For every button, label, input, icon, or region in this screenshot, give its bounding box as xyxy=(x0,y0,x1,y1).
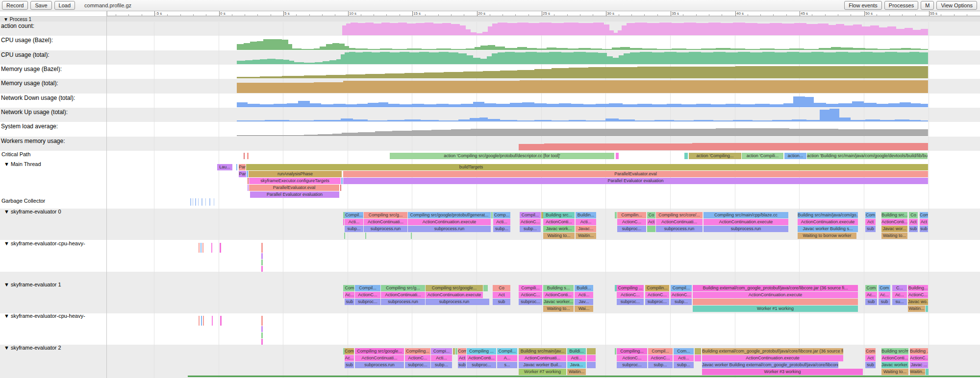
trace-event-bar[interactable]: ActionContinuati... xyxy=(519,355,566,361)
trace-event-bar[interactable]: Parallel Evaluator evaluation xyxy=(250,191,339,198)
trace-event-sliver[interactable] xyxy=(201,198,202,206)
trace-event-bar[interactable]: sub xyxy=(865,226,876,232)
trace-event-bar[interactable]: sub xyxy=(865,299,877,305)
trace-event-bar[interactable]: Javac worker Building external/com_googl… xyxy=(702,362,838,368)
trace-event-bar[interactable]: subp... xyxy=(520,226,541,232)
trace-event-bar[interactable]: Building src... xyxy=(543,212,575,218)
trace-event-sliver[interactable] xyxy=(365,233,366,239)
trace-event-sliver[interactable] xyxy=(615,348,616,354)
trace-event-bar[interactable]: Wai... xyxy=(575,306,593,312)
trace-event-sliver[interactable] xyxy=(261,316,263,326)
trace-event-sliver[interactable] xyxy=(343,219,344,225)
trace-event-bar[interactable]: ActionConti... xyxy=(467,355,496,361)
trace-event-bar[interactable]: Building src/ma... xyxy=(881,348,908,354)
trace-event-sliver[interactable] xyxy=(453,348,455,354)
m-button[interactable]: M xyxy=(921,1,934,10)
flow-events-button[interactable]: Flow events xyxy=(844,1,882,10)
trace-event-bar[interactable]: Compil... xyxy=(648,348,673,354)
trace-event-bar[interactable]: sub xyxy=(879,299,890,305)
timeline-ruler[interactable]: -5 s0 s5 s10 s15 s20 s25 s30 s35 s40 s45… xyxy=(107,11,980,16)
trace-event-bar[interactable]: Act xyxy=(865,219,876,225)
trace-event-bar[interactable]: buildTargets xyxy=(246,164,696,170)
trace-event-bar[interactable]: Compil... xyxy=(497,348,517,354)
trace-event-sliver[interactable] xyxy=(340,185,341,191)
trace-event-bar[interactable]: subprocess.run xyxy=(656,226,703,232)
trace-event-bar[interactable]: ActionContinuati... xyxy=(656,219,703,225)
trace-event-sliver[interactable] xyxy=(587,362,596,368)
trace-event-bar[interactable]: Waiting to borrow worker xyxy=(798,233,856,239)
trace-event-sliver[interactable] xyxy=(341,178,343,184)
trace-event-bar[interactable]: ActionC... xyxy=(617,355,647,361)
trace-event-bar[interactable]: Com xyxy=(865,212,876,218)
trace-event-bar[interactable]: skyframeExecutor.configureTargets xyxy=(249,178,341,184)
trace-event-bar[interactable]: Com xyxy=(920,212,928,218)
trace-event-bar[interactable]: Building s... xyxy=(543,285,574,291)
trace-event-bar[interactable]: Co xyxy=(909,212,918,218)
trace-event-bar[interactable]: Compilin... xyxy=(617,212,646,218)
trace-event-sliver[interactable] xyxy=(212,316,213,326)
trace-event-bar[interactable]: Acti... xyxy=(567,355,586,361)
trace-event-bar[interactable]: ActionConti... xyxy=(881,355,908,361)
thread-section-label[interactable]: ▼ skyframe-evaluator 1 xyxy=(4,282,61,287)
view-options-button[interactable]: View Options xyxy=(936,1,977,10)
trace-event-bar[interactable]: ActionContinuation.execute xyxy=(693,292,858,298)
trace-event-bar[interactable]: Compiling src/core/... xyxy=(656,212,703,218)
trace-event-bar[interactable]: C... xyxy=(892,285,907,291)
trace-event-bar[interactable]: subp... xyxy=(671,299,692,305)
trace-event-bar[interactable]: action 'Compiling src/google/protobuf/de… xyxy=(390,153,614,159)
trace-event-sliver[interactable] xyxy=(261,339,263,345)
trace-event-bar[interactable]: Compiling... xyxy=(617,348,647,354)
trace-event-bar[interactable]: ActionContinuation.execute xyxy=(426,292,483,298)
trace-event-bar[interactable]: Ac... xyxy=(865,292,877,298)
trace-event-bar[interactable]: subproc... xyxy=(405,362,430,368)
trace-event-sliver[interactable] xyxy=(261,260,263,265)
trace-event-bar[interactable]: ActionC... xyxy=(355,292,380,298)
trace-event-bar[interactable]: Javac worker Building s... xyxy=(798,226,858,232)
trace-event-bar[interactable]: Waiting to... xyxy=(881,233,907,239)
thread-section-label[interactable]: ▼ skyframe-evaluator 0 xyxy=(4,209,61,214)
trace-event-sliver[interactable] xyxy=(261,332,263,338)
trace-event-sliver[interactable] xyxy=(647,226,655,232)
trace-event-sliver[interactable] xyxy=(220,316,222,326)
trace-event-bar[interactable]: Acti... xyxy=(575,292,593,298)
trace-event-bar[interactable]: Compiling ... xyxy=(467,348,496,354)
trace-event-bar[interactable]: Building ... xyxy=(910,348,928,354)
trace-event-sliver[interactable] xyxy=(411,233,412,239)
trace-event-bar[interactable]: Javac work... xyxy=(543,226,575,232)
trace-event-bar[interactable]: Parallel Evaluator evaluation xyxy=(343,178,928,184)
trace-event-bar[interactable]: action 'Compiling... xyxy=(689,153,741,159)
trace-event-bar[interactable]: subprocess.run xyxy=(364,226,407,232)
trace-event-bar[interactable]: ActionContinuation.execute xyxy=(798,219,858,225)
trace-event-bar[interactable]: ActionC... xyxy=(648,355,673,361)
trace-event-bar[interactable]: sub xyxy=(865,362,876,368)
trace-event-bar[interactable]: Ac... xyxy=(345,355,354,361)
trace-event-bar[interactable]: Building src/main/jav... xyxy=(519,348,566,354)
trace-event-bar[interactable]: runAnalysisPhase xyxy=(249,171,342,177)
trace-event-bar[interactable]: Compiling src/google... xyxy=(426,285,483,291)
trace-event-bar[interactable]: Building src/main/java/com/go... xyxy=(798,212,858,218)
trace-event-sliver[interactable] xyxy=(587,348,596,354)
trace-event-bar[interactable]: ActionConti... xyxy=(543,219,575,225)
trace-event-bar[interactable]: Acti... xyxy=(493,219,510,225)
trace-event-bar[interactable]: Par xyxy=(239,171,246,177)
trace-event-sliver[interactable] xyxy=(211,243,212,253)
trace-event-sliver[interactable] xyxy=(193,198,193,206)
trace-event-sliver[interactable] xyxy=(491,212,493,218)
trace-event-bar[interactable]: Compil... xyxy=(355,285,380,291)
trace-event-bar[interactable]: Compiling ... xyxy=(617,285,644,291)
trace-event-bar[interactable]: Compiling src/google/protobuf/generat... xyxy=(408,212,491,218)
trace-event-bar[interactable]: su... xyxy=(892,299,907,305)
trace-event-bar[interactable]: Buildin... xyxy=(576,212,596,218)
trace-event-bar[interactable]: subprocess.run xyxy=(355,362,404,368)
trace-event-bar[interactable]: Compi... xyxy=(431,348,452,354)
trace-event-sliver[interactable] xyxy=(695,348,701,354)
thread-section-label[interactable]: ▼ Main Thread xyxy=(4,161,41,167)
trace-event-sliver[interactable] xyxy=(455,348,457,354)
trace-event-bar[interactable]: subproc... xyxy=(617,226,646,232)
trace-event-bar[interactable]: Javac... xyxy=(576,226,596,232)
trace-event-bar[interactable]: subprocess.run xyxy=(704,226,788,232)
trace-event-sliver[interactable] xyxy=(481,299,489,305)
trace-event-sliver[interactable] xyxy=(696,164,928,170)
trace-event-bar[interactable]: sub xyxy=(458,362,466,368)
load-button[interactable]: Load xyxy=(54,1,75,10)
